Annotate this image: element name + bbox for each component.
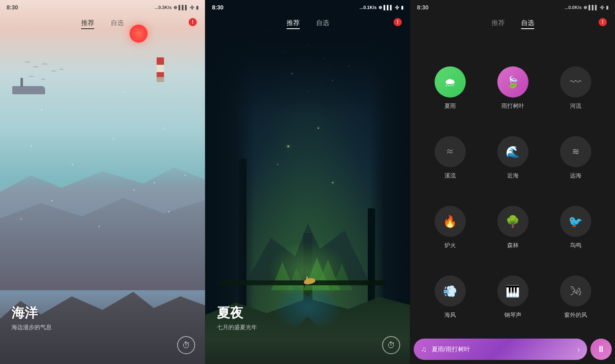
ocean-ship [12,86,45,94]
sound-circle-gangqin: 🎹 [497,275,528,307]
signal-text-sounds: ...0.0K/s [565,5,582,10]
player-pause-button[interactable]: ⏸ [590,339,612,360]
tab-recommended-sounds[interactable]: 推荐 [492,18,505,29]
status-time-sounds: 8:30 [417,4,428,11]
wifi-icon-forest: 令 [395,5,399,11]
opensea-icon: ≋ [572,146,579,157]
status-bar-forest: 8:30 ...0.1K/s ⊕ ▌▌▌ 令 ▮ [205,0,410,15]
firefly-1 [287,146,289,147]
sound-item-xiliu[interactable]: ≈ 溪流 [419,123,481,193]
piano-icon: 🎹 [506,284,520,298]
bluetooth-icon-forest: ⊕ [378,5,382,10]
sound-label-heliu: 河流 [570,102,581,110]
forest-title-main: 夏夜 [217,304,257,322]
tab-recommended-ocean[interactable]: 推荐 [81,18,94,29]
pause-icon: ⏸ [597,344,606,355]
forest-title: 夏夜 七月的盛夏光年 [217,304,257,331]
sound-circle-senlin: 🌳 [497,206,528,237]
player-chevron-icon: › [577,345,580,354]
battery-icon: ▮ [196,5,198,10]
nav-tabs-forest: 推荐 自选 [205,15,410,32]
outdoor-wind-icon: 🌬 [570,284,581,298]
firefly-4 [277,164,278,165]
bird [41,79,45,81]
sound-label-niaoming: 鸟鸣 [570,242,581,249]
river-icon: 〰 [570,75,581,89]
sounds-grid: 🌧 夏雨 🍃 雨打树叶 〰 河流 ≈ 溪流 🌊 近海 [410,49,615,327]
sound-circle-niaoming: 🐦 [560,206,591,237]
panel-ocean: 8:30 ...0.3K/s ⊕ ▌▌▌ 令 ▮ 推荐 自选 ! 海洋 海边漫步… [0,0,205,364]
wifi-icon: 令 [190,5,194,11]
sound-item-yuda[interactable]: 🍃 雨打树叶 [481,53,544,123]
sound-label-yuanhai: 远海 [570,172,581,180]
alert-dot-ocean: ! [189,18,197,26]
timer-button-ocean[interactable]: ⏱ [177,336,195,354]
log-branch [218,280,385,285]
leaf-rain-icon: 🍃 [506,75,520,89]
bluetooth-icon-sounds: ⊕ [583,5,587,10]
timer-icon: ⏱ [182,341,190,350]
sound-item-heliu[interactable]: 〰 河流 [544,53,607,123]
signal-bars-sounds: ▌▌▌ [589,5,598,10]
sound-item-luhuo[interactable]: 🔥 炉火 [419,193,481,262]
status-bar-ocean: 8:30 ...0.3K/s ⊕ ▌▌▌ 令 ▮ [0,0,205,15]
sound-label-luhuo: 炉火 [444,242,456,249]
sound-item-jinhai[interactable]: 🌊 近海 [481,123,544,193]
status-time-ocean: 8:30 [7,4,18,11]
sound-item-haifeng[interactable]: 💨 海风 [419,262,481,327]
bird [25,61,30,64]
tab-custom-sounds[interactable]: 自选 [521,18,534,29]
status-icons-forest: ...0.1K/s ⊕ ▌▌▌ 令 ▮ [360,5,403,11]
sound-item-yuanhai[interactable]: ≋ 远海 [544,123,607,193]
player-track[interactable]: ♫ 夏雨/雨打树叶 › [414,339,587,360]
sound-item-xiayu[interactable]: 🌧 夏雨 [419,53,481,123]
status-time-forest: 8:30 [212,4,223,11]
sound-circle-jinhai: 🌊 [497,136,528,167]
status-bar-sounds: 8:30 ...0.0K/s ⊕ ▌▌▌ 令 ▮ [410,0,615,15]
sound-label-xiayu: 夏雨 [444,102,456,110]
sound-circle-xiliu: ≈ [435,136,466,167]
player-bar: ♫ 夏雨/雨打树叶 › ⏸ [410,334,615,364]
sound-circle-xiayu: 🌧 [435,66,466,98]
alert-dot-forest: ! [394,18,402,26]
sound-circle-yuanhai: ≋ [560,136,591,167]
tab-custom-forest[interactable]: 自选 [316,18,329,29]
sound-circle-chuangfeng: 🌬 [560,275,591,307]
status-icons-ocean: ...0.3K/s ⊕ ▌▌▌ 令 ▮ [155,5,198,11]
ocean-title: 海洋 海边漫步的气息 [11,304,52,331]
bird [42,64,48,66]
sound-circle-heliu: 〰 [560,66,591,98]
nav-tabs-ocean: 推荐 自选 [0,15,205,32]
sound-label-gangqin: 钢琴声 [504,312,522,319]
sound-item-niaoming[interactable]: 🐦 鸟鸣 [544,193,607,262]
tab-custom-ocean[interactable]: 自选 [111,18,124,29]
signal-text-forest: ...0.1K/s [360,5,377,10]
ocean-title-sub: 海边漫步的气息 [11,324,52,331]
sound-label-xiliu: 溪流 [444,172,456,180]
forest-title-sub: 七月的盛夏光年 [217,324,257,331]
sound-label-chuangfeng: 窗外的风 [564,312,587,319]
sound-item-chuangfeng[interactable]: 🌬 窗外的风 [544,262,607,327]
bluetooth-icon: ⊕ [173,5,177,10]
sound-circle-yuda: 🍃 [497,66,528,98]
timer-button-forest[interactable]: ⏱ [382,336,400,354]
bird [29,76,34,78]
timer-icon-forest: ⏱ [387,341,395,350]
sound-item-senlin[interactable]: 🌳 森林 [481,193,544,262]
tab-recommended-forest[interactable]: 推荐 [287,18,300,29]
bird [51,71,57,73]
ocean-lighthouse [157,57,164,82]
ocean-title-main: 海洋 [11,304,52,322]
stream-icon: ≈ [447,146,453,158]
wifi-icon-sounds: 令 [600,5,604,11]
forest-icon: 🌳 [506,215,520,228]
sound-item-gangqin[interactable]: 🎹 钢琴声 [481,262,544,327]
status-icons-sounds: ...0.0K/s ⊕ ▌▌▌ 令 ▮ [565,5,608,11]
wind-icon: 💨 [443,284,457,298]
signal-text: ...0.3K/s [155,5,172,10]
bird-icon: 🐦 [568,215,583,228]
player-track-text: 夏雨/雨打树叶 [432,346,573,353]
panel-sounds: 8:30 ...0.0K/s ⊕ ▌▌▌ 令 ▮ 推荐 自选 ! 🌧 夏雨 🍃 … [410,0,615,364]
music-note-icon: ♫ [421,345,427,354]
sound-label-senlin: 森林 [507,242,519,249]
